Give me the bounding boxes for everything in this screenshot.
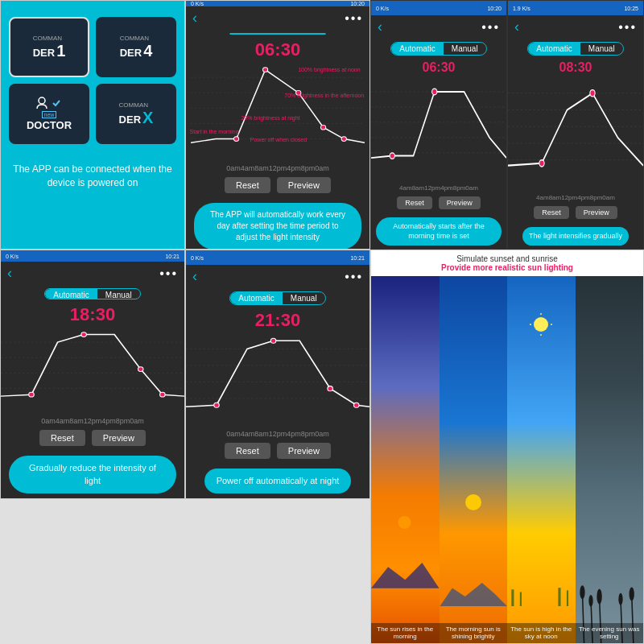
- label-p3: Automatically starts after the morning t…: [376, 217, 502, 246]
- svg-point-75: [618, 593, 622, 605]
- tab-manual-p4[interactable]: Manual: [580, 43, 623, 55]
- chart-p7: [1, 327, 184, 418]
- back-p7[interactable]: ‹: [7, 265, 12, 282]
- header-p4: ‹ •••: [508, 15, 643, 39]
- dots-p7[interactable]: •••: [159, 266, 178, 281]
- mountain-1: [371, 563, 440, 588]
- tabs-p2: Automatic Manual: [229, 33, 325, 35]
- sun-icon-3: [530, 313, 552, 336]
- header-p3: ‹ •••: [371, 15, 506, 39]
- btns-p8: Reset Preview: [225, 443, 331, 459]
- app-doctor[interactable]: new DOCTOR: [9, 84, 89, 144]
- reset-button-p2[interactable]: Reset: [225, 177, 270, 193]
- svg-p4: [508, 76, 643, 176]
- back-button-p2[interactable]: ‹: [192, 10, 197, 27]
- svg-point-6: [233, 137, 238, 142]
- tabs-p4: Automatic Manual: [527, 42, 623, 56]
- svg-point-10: [341, 137, 346, 142]
- status-time-p4: 10:25: [624, 6, 638, 11]
- collage-header: Simulate sunset and sunrise Provide more…: [371, 250, 643, 276]
- xaxis-p7: 0am4am8am12pm4pm8pm0am: [35, 417, 151, 425]
- panel-chart4: 1.9 K/s 10:25 ‹ ••• Automatic Manual 08:…: [507, 0, 644, 250]
- tabs-p3: Automatic Manual: [390, 42, 486, 56]
- tab-automatic-p2[interactable]: Automatic: [230, 34, 282, 35]
- tab-manual-p3[interactable]: Manual: [444, 43, 486, 55]
- panel1-label: The APP can be connected when the device…: [9, 163, 176, 190]
- svg-point-54: [353, 402, 359, 407]
- tabs-p7: Automatic Manual: [44, 288, 140, 299]
- app-commanderx[interactable]: COMMAN DER X: [96, 84, 176, 144]
- chart-p3: [371, 76, 506, 184]
- caption-3: The sun is high in the sky at noon: [507, 623, 576, 643]
- svg-point-71: [588, 595, 592, 607]
- status-bar-p4: 1.9 K/s 10:25: [508, 1, 643, 15]
- collage-img-3: The sun is high in the sky at noon: [507, 276, 576, 643]
- back-p4[interactable]: ‹: [514, 19, 519, 35]
- tab-manual-p7[interactable]: Manual: [97, 289, 140, 299]
- dots-p3[interactable]: •••: [481, 20, 500, 35]
- svg-point-43: [29, 392, 35, 397]
- annotation-noon: 100% brightness at noon: [298, 67, 360, 72]
- preview-button-p2[interactable]: Preview: [277, 177, 331, 193]
- reset-p4[interactable]: Reset: [534, 206, 569, 219]
- collage-images: The sun rises in the morning The morning…: [371, 276, 643, 643]
- svg-point-77: [629, 587, 634, 601]
- panel-collage: Simulate sunset and sunrise Provide more…: [370, 250, 644, 644]
- svg-rect-66: [558, 588, 560, 606]
- status-left-p3: 0 K/s: [376, 6, 389, 11]
- status-time-p3: 10:20: [487, 6, 502, 11]
- preview-p4[interactable]: Preview: [576, 206, 617, 219]
- svg-point-44: [81, 332, 87, 336]
- collage-title: Simulate sunset and sunrise: [375, 254, 639, 263]
- collage-img-1: The sun rises in the morning: [371, 276, 440, 643]
- xaxis-p3: 4am8am12pm4pm8pm0am: [393, 184, 485, 192]
- caption-4: The evening sun was setting: [576, 623, 644, 643]
- svg-point-9: [320, 125, 325, 130]
- annotation-night: 20% brightness at night: [241, 115, 299, 121]
- tab-auto-p3[interactable]: Automatic: [391, 43, 443, 55]
- caption-2: The morning sun is shining brightly: [440, 623, 508, 643]
- back-p3[interactable]: ‹: [378, 19, 382, 35]
- panel-launcher: COMMAN DER 1 COMMAN DER 4: [0, 0, 185, 250]
- svg-p3: [371, 76, 506, 168]
- svg-marker-58: [440, 583, 508, 607]
- svg-point-59: [534, 317, 548, 332]
- panel-chart7: 0 K/s 10:21 ‹ ••• Automatic Manual 18:30…: [0, 250, 185, 499]
- reset-p3[interactable]: Reset: [397, 196, 432, 209]
- preview-p7[interactable]: Preview: [92, 430, 146, 446]
- reset-p8[interactable]: Reset: [225, 443, 270, 459]
- svg-point-57: [465, 494, 481, 510]
- collage-subtitle: Provide more realistic sun lighting: [375, 263, 639, 272]
- app-commander4[interactable]: COMMAN DER 4: [96, 17, 176, 77]
- panel-chart8: 0 K/s 10:21 ‹ ••• Automatic Manual 21:30…: [185, 250, 370, 499]
- preview-p8[interactable]: Preview: [277, 443, 331, 459]
- sun-icon-2: [461, 490, 485, 514]
- x-axis-p2: 0am4am8am12pm4pm8pm0am: [220, 164, 336, 172]
- app-commander1[interactable]: COMMAN DER 1: [9, 17, 89, 77]
- tab-auto-p8[interactable]: Automatic: [230, 292, 282, 304]
- back-p8[interactable]: ‹: [192, 268, 197, 285]
- tab-manual-p2[interactable]: Manual: [283, 34, 325, 35]
- reset-p7[interactable]: Reset: [39, 430, 85, 446]
- btns-p4: Reset Preview: [534, 206, 617, 219]
- dots-p4[interactable]: •••: [618, 20, 637, 35]
- preview-p3[interactable]: Preview: [439, 196, 481, 209]
- time-p4: 08:30: [559, 60, 592, 75]
- dots-p8[interactable]: •••: [345, 270, 363, 284]
- reeds-4: [576, 386, 644, 643]
- reeds-3: [507, 585, 576, 606]
- svg-point-23: [539, 160, 544, 167]
- tab-manual-p8[interactable]: Manual: [283, 292, 325, 304]
- tab-auto-p4[interactable]: Automatic: [528, 43, 580, 55]
- menu-dots-p2[interactable]: •••: [345, 11, 363, 26]
- svg-point-69: [580, 585, 584, 599]
- header-p7: ‹ •••: [1, 262, 184, 285]
- annotation-afternoon: 70% brightness in the afternoon: [284, 93, 364, 98]
- status-bar-p2: 0 K/s 10:20: [186, 1, 369, 6]
- time-p7: 18:30: [70, 304, 115, 325]
- reset-preview-p2: Reset Preview: [225, 177, 331, 193]
- svg-rect-65: [520, 592, 522, 606]
- chart-container-p2: 100% brightness at noon 70% brightness i…: [186, 62, 369, 164]
- svg-point-52: [270, 338, 276, 343]
- tab-auto-p7[interactable]: Automatic: [45, 289, 97, 299]
